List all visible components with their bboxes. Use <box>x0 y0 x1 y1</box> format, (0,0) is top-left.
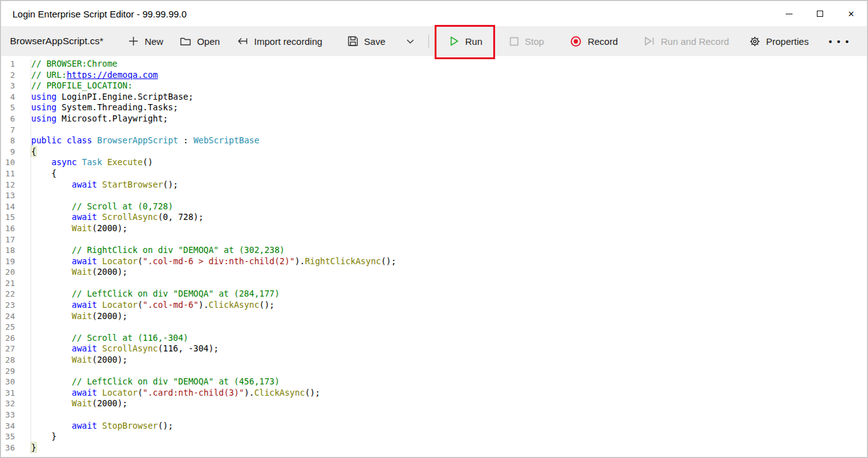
code-token: ( <box>138 300 143 310</box>
code-line-text[interactable] <box>15 125 31 136</box>
code-token: await <box>72 179 97 189</box>
code-token: (2000); <box>92 223 128 233</box>
code-line-text[interactable]: using Microsoft.Playwright; <box>15 113 168 125</box>
code-line-text[interactable]: // Scroll at (0,728) <box>15 201 173 212</box>
code-line-text[interactable]: // RightClick on div "DEMOQA" at (302,23… <box>15 245 284 256</box>
code-token <box>31 376 72 386</box>
code-editor[interactable]: 1// BROWSER:Chrome2// URL:https://demoqa… <box>1 56 867 458</box>
code-token <box>31 256 72 266</box>
run-button[interactable]: Run <box>440 31 491 51</box>
code-line: 17 <box>1 234 867 246</box>
code-line-text[interactable] <box>15 190 31 201</box>
code-line-text[interactable] <box>15 409 31 421</box>
code-token: ".col-md-6" <box>143 300 198 310</box>
line-number: 15 <box>1 212 15 223</box>
run-and-record-icon <box>643 36 655 47</box>
code-line-text[interactable]: Wait(2000); <box>15 223 127 234</box>
code-line-text[interactable]: await Locator(".col-md-6").ClickAsync(); <box>15 300 274 311</box>
line-number: 27 <box>1 343 15 355</box>
code-line-text[interactable]: // LeftClick on div "DEMOQA" at (284,177… <box>15 289 279 300</box>
properties-button[interactable]: Properties <box>741 31 817 52</box>
close-icon: ✕ <box>848 10 855 18</box>
code-line-text[interactable]: await ScrollAsync(116, -304); <box>15 343 219 355</box>
code-line: 20 Wait(2000); <box>1 267 867 278</box>
code-token <box>31 179 72 189</box>
code-line: 23 await Locator(".col-md-6").ClickAsync… <box>1 300 867 311</box>
more-options-button[interactable]: • • • <box>817 32 858 51</box>
line-number: 30 <box>1 376 15 388</box>
app-window: Login Enterprise Script Editor - 99.99.9… <box>0 0 868 458</box>
code-token <box>31 398 72 408</box>
code-line-text[interactable]: await StartBrowser(); <box>15 179 178 191</box>
code-line: 16 Wait(2000); <box>1 223 867 234</box>
code-line-text[interactable] <box>15 278 31 289</box>
save-button[interactable]: Save <box>339 31 393 51</box>
code-token <box>97 421 102 431</box>
line-number: 24 <box>1 311 15 322</box>
code-token <box>31 289 72 298</box>
code-token: await <box>72 300 97 310</box>
close-button[interactable]: ✕ <box>836 1 867 26</box>
code-line-text[interactable]: public class BrowserAppScript : WebScrip… <box>15 135 259 146</box>
code-line-text[interactable]: // URL:https://demoqa.com <box>15 70 158 81</box>
code-line-text[interactable]: await StopBrowser(); <box>15 421 173 432</box>
code-line-text[interactable] <box>15 234 31 246</box>
save-icon <box>347 36 359 47</box>
minimize-button[interactable] <box>773 1 804 26</box>
new-button[interactable]: New <box>120 31 171 51</box>
code-line-text[interactable]: await ScrollAsync(0, 728); <box>15 212 203 223</box>
line-number: 8 <box>1 135 15 146</box>
maximize-button[interactable] <box>804 1 836 26</box>
code-line-text[interactable]: Wait(2000); <box>15 311 127 322</box>
code-line-text[interactable]: // PROFILE_LOCATION: <box>15 80 133 92</box>
import-recording-button[interactable]: Import recording <box>228 31 330 51</box>
code-token <box>31 245 72 255</box>
open-button[interactable]: Open <box>171 31 228 51</box>
code-line-text[interactable]: Wait(2000); <box>15 267 127 278</box>
code-line-text[interactable]: // Scroll at (116,-304) <box>15 333 188 344</box>
line-number: 34 <box>1 421 15 432</box>
line-number: 22 <box>1 289 15 300</box>
code-token <box>97 388 102 398</box>
code-line-text[interactable]: using System.Threading.Tasks; <box>15 102 178 113</box>
code-token: ). <box>295 256 305 266</box>
code-token: // LeftClick on div "DEMOQA" at (456,173… <box>72 376 279 386</box>
code-line-text[interactable] <box>15 322 31 333</box>
chevron-down-icon <box>405 36 415 46</box>
line-number: 1 <box>1 59 15 70</box>
code-line-text[interactable]: } <box>15 431 57 442</box>
code-line-text[interactable]: using LoginPI.Engine.ScriptBase; <box>15 92 193 103</box>
code-line-text[interactable]: await Locator(".col-md-6 > div:nth-child… <box>15 256 396 267</box>
line-number: 33 <box>1 409 15 421</box>
code-line-text[interactable]: { <box>15 146 36 158</box>
code-line-text[interactable]: // BROWSER:Chrome <box>15 59 117 70</box>
code-line: 15 await ScrollAsync(0, 728); <box>1 212 867 223</box>
code-line-text[interactable]: await Locator(".card:nth-child(3)").Clic… <box>15 388 320 399</box>
code-line-text[interactable]: // LeftClick on div "DEMOQA" at (456,173… <box>15 376 279 388</box>
code-line-text[interactable]: async Task Execute() <box>15 157 153 168</box>
code-link[interactable]: https://demoqa.com <box>67 70 158 80</box>
code-line-text[interactable]: Wait(2000); <box>15 355 127 366</box>
save-dropdown-button[interactable] <box>397 32 423 50</box>
code-token: await <box>72 388 97 398</box>
code-token: Execute <box>107 157 143 167</box>
code-token: LoginPI.Engine.ScriptBase; <box>57 92 193 102</box>
code-line-text[interactable]: Wait(2000); <box>15 398 127 409</box>
code-token: WebScriptBase <box>193 135 259 145</box>
code-token: (2000); <box>92 355 128 365</box>
code-token: Locator <box>102 256 138 266</box>
code-token: : <box>178 135 193 145</box>
code-token: (); <box>381 256 396 266</box>
code-token: (2000); <box>92 311 128 321</box>
code-line-text[interactable]: } <box>15 442 36 454</box>
code-line-text[interactable]: { <box>15 168 57 179</box>
code-token: (2000); <box>92 267 128 277</box>
code-token: (0, 728); <box>158 212 203 222</box>
record-button[interactable]: Record <box>562 31 625 52</box>
save-button-label: Save <box>364 36 385 47</box>
line-number: 31 <box>1 388 15 399</box>
code-line-text[interactable] <box>15 366 31 377</box>
code-token: ".col-md-6 > div:nth-child(2)" <box>143 256 295 266</box>
code-line: 19 await Locator(".col-md-6 > div:nth-ch… <box>1 256 867 267</box>
line-number: 20 <box>1 267 15 278</box>
